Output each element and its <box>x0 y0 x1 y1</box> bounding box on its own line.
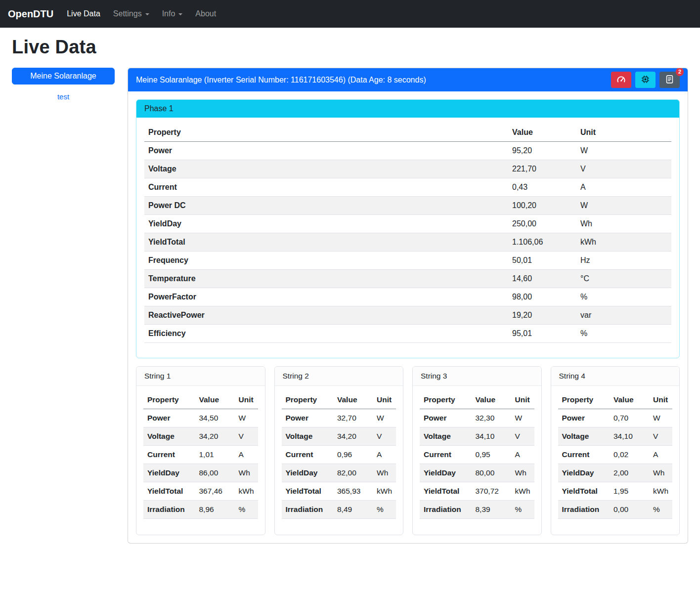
property-cell: Frequency <box>144 252 508 270</box>
property-cell: Current <box>143 446 195 464</box>
string-card-title: String 2 <box>275 367 403 386</box>
table-row: Power 95,20 W <box>144 142 671 160</box>
phase-table-body: Power 95,20 W Voltage 221,70 V <box>144 142 671 343</box>
unit-cell: kWh <box>572 233 671 252</box>
nav-item-live-data[interactable]: Live Data <box>60 5 107 22</box>
unit-cell: % <box>370 501 396 519</box>
page: Live Data Meine Solaranlage test Meine S… <box>0 28 700 555</box>
strings-row: String 1 Property Value Unit <box>136 366 680 535</box>
string-card-4: String 4 Property Value Unit <box>551 366 680 535</box>
table-row: PowerFactor 98,00 % <box>144 288 671 306</box>
column-header-property: Property <box>143 391 195 409</box>
unit-cell: kWh <box>508 482 534 501</box>
unit-cell: W <box>572 142 671 160</box>
property-cell: Irradiation <box>420 501 472 519</box>
brand[interactable]: OpenDTU <box>6 8 60 20</box>
table-row: Irradiation 8,49 % <box>282 501 396 519</box>
nav-item-settings[interactable]: Settings <box>107 5 156 22</box>
unit-cell: A <box>572 178 671 197</box>
unit-cell: V <box>572 160 671 178</box>
event-log-button[interactable]: 2 <box>659 72 680 88</box>
value-cell: 221,70 <box>508 160 572 178</box>
table-row: Power 0,70 W <box>558 409 673 427</box>
property-cell: YieldDay <box>143 464 195 482</box>
table-row: Power DC 100,20 W <box>144 197 671 215</box>
unit-cell: Wh <box>572 215 671 233</box>
inverter-card-actions: 2 <box>611 72 680 88</box>
unit-cell: var <box>572 306 671 325</box>
string-table-4: Property Value Unit Power <box>558 391 673 519</box>
column-header-unit: Unit <box>232 391 258 409</box>
table-row: ReactivePower 19,20 var <box>144 306 671 325</box>
string-card-3: String 3 Property Value Unit <box>412 366 542 535</box>
unit-cell: % <box>572 325 671 343</box>
property-cell: Voltage <box>420 427 472 446</box>
value-cell: 34,20 <box>195 427 232 446</box>
table-row: YieldTotal 365,93 kWh <box>282 482 396 501</box>
unit-cell: % <box>572 288 671 306</box>
phase-table: Property Value Unit Power <box>144 124 671 343</box>
nav-item-about[interactable]: About <box>189 5 222 22</box>
value-cell: 367,46 <box>195 482 232 501</box>
sidebar-link-test[interactable]: test <box>12 92 115 101</box>
nav-item-info[interactable]: Info <box>156 5 189 22</box>
property-cell: Current <box>558 446 610 464</box>
table-row: Power 34,50 W <box>143 409 258 427</box>
value-cell: 370,72 <box>472 482 508 501</box>
property-cell: YieldDay <box>558 464 610 482</box>
string-table-2: Property Value Unit Power <box>282 391 396 519</box>
property-cell: YieldDay <box>282 464 334 482</box>
table-row: YieldDay 80,00 Wh <box>420 464 534 482</box>
page-title: Live Data <box>12 37 688 58</box>
property-cell: Power DC <box>144 197 508 215</box>
value-cell: 8,96 <box>195 501 232 519</box>
unit-cell: A <box>232 446 258 464</box>
table-row: Voltage 34,10 V <box>558 427 673 446</box>
value-cell: 34,20 <box>333 427 370 446</box>
inverter-select-button[interactable]: Meine Solaranlage <box>12 68 115 85</box>
nav-item-info-label: Info <box>162 9 175 18</box>
unit-cell: A <box>646 446 672 464</box>
inverter-card-title: Meine Solaranlage (Inverter Serial Numbe… <box>136 76 426 85</box>
table-row: YieldDay 82,00 Wh <box>282 464 396 482</box>
radio-info-button[interactable] <box>635 72 656 88</box>
table-row: YieldTotal 370,72 kWh <box>420 482 534 501</box>
limit-settings-button[interactable] <box>611 72 631 88</box>
property-cell: Power <box>420 409 472 427</box>
string-table-body: Power 0,70 W Voltage 34,10 V <box>558 409 673 519</box>
string-card-title: String 4 <box>551 367 680 386</box>
property-cell: Power <box>143 409 195 427</box>
property-cell: YieldTotal <box>282 482 334 501</box>
table-row: Temperature 14,60 °C <box>144 270 671 288</box>
property-cell: YieldTotal <box>558 482 610 501</box>
unit-cell: Wh <box>508 464 534 482</box>
unit-cell: Wh <box>232 464 258 482</box>
column-header-unit: Unit <box>370 391 396 409</box>
value-cell: 95,20 <box>508 142 572 160</box>
sidebar: Meine Solaranlage test <box>12 68 115 101</box>
table-row: Voltage 34,20 V <box>143 427 258 446</box>
unit-cell: W <box>572 197 671 215</box>
string-table-body: Power 32,70 W Voltage 34,20 V <box>282 409 396 519</box>
table-row: YieldTotal 367,46 kWh <box>143 482 258 501</box>
property-cell: Voltage <box>282 427 334 446</box>
property-cell: Power <box>558 409 610 427</box>
unit-cell: % <box>646 501 672 519</box>
table-row: Efficiency 95,01 % <box>144 325 671 343</box>
inverter-card-header: Meine Solaranlage (Inverter Serial Numbe… <box>128 68 688 91</box>
property-cell: YieldDay <box>144 215 508 233</box>
string-table-body: Power 34,50 W Voltage 34,20 V <box>143 409 258 519</box>
navbar: OpenDTU Live Data Settings Info About <box>0 0 700 28</box>
unit-cell: % <box>508 501 534 519</box>
string-table-3: Property Value Unit Power <box>420 391 534 519</box>
string-card-1: String 1 Property Value Unit <box>136 366 265 535</box>
table-header-row: Property Value Unit <box>282 391 396 409</box>
unit-cell: Hz <box>572 252 671 270</box>
table-row: Irradiation 8,96 % <box>143 501 258 519</box>
value-cell: 98,00 <box>508 288 572 306</box>
unit-cell: V <box>232 427 258 446</box>
table-row: Voltage 221,70 V <box>144 160 671 178</box>
property-cell: Irradiation <box>282 501 334 519</box>
unit-cell: V <box>508 427 534 446</box>
value-cell: 1,01 <box>195 446 232 464</box>
